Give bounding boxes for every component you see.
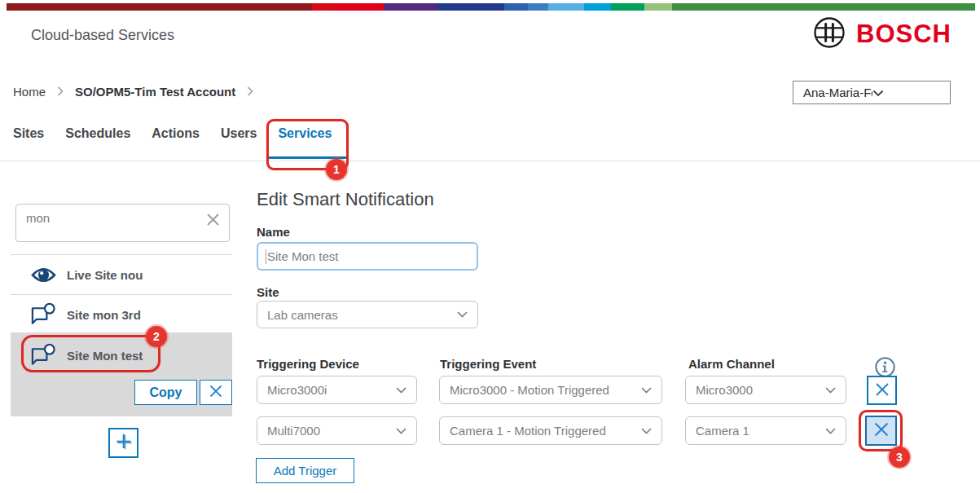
chevron-down-icon [825,387,836,394]
breadcrumb: Home SO/OPM5-Tim Test Account [13,85,253,99]
add-trigger-button[interactable]: Add Trigger [256,458,354,483]
brand-stripe-segment [548,3,584,11]
brand-stripe-segment [644,3,671,11]
annotation-badge-1: 1 [326,159,347,180]
notification-bubble-icon [30,302,56,327]
trigger-device-select-row1[interactable]: Micro3000i [257,376,417,404]
chevron-down-icon [641,387,652,394]
select-value: Multi7000 [267,424,396,438]
column-header-channel: Alarm Channel [688,357,775,371]
brand-stripe-segment [312,3,334,11]
trigger-event-select-row2[interactable]: Camera 1 - Motion Triggered [439,416,662,445]
select-value: Micro3000 - Motion Triggered [450,383,641,397]
brand-stripe-segment [504,3,528,11]
chevron-down-icon [457,311,468,318]
bosch-symbol-icon [812,15,846,53]
brand-stripe-segment [384,3,437,11]
annotation-badge-3: 3 [889,447,910,468]
tab-actions[interactable]: Actions [152,126,200,141]
chevron-down-icon [396,387,407,394]
name-input[interactable] [267,249,455,263]
alarm-channel-select-row2[interactable]: Camera 1 [685,416,846,445]
column-header-device: Triggering Device [257,357,359,371]
page-title: Cloud-based Services [31,27,174,44]
form-title: Edit Smart Notification [257,189,434,210]
sidebar-item-label: Site mon 3rd [67,308,141,322]
annotation-box-3 [859,410,903,451]
sidebar-item-live-site-nou[interactable]: Live Site nou [11,255,232,294]
site-select-value: Lab cameras [267,308,457,322]
remove-trigger-button-row1[interactable] [867,376,897,405]
header-divider [0,161,980,161]
eye-icon [30,266,56,284]
chevron-down-icon [872,86,942,99]
delete-site-button[interactable] [200,380,232,405]
brand-stripe [7,3,975,11]
chevron-down-icon [396,428,407,434]
select-value: Camera 1 [696,424,825,438]
text-caret [266,249,266,264]
site-search [15,204,230,242]
sidebar-item-site-mon-3rd[interactable]: Site mon 3rd [11,295,232,334]
clear-search-icon[interactable] [205,212,221,231]
select-value: Camera 1 - Motion Triggered [450,424,641,438]
chevron-down-icon [641,428,652,434]
alarm-channel-select-row1[interactable]: Micro3000 [685,376,846,404]
name-field-wrapper [257,242,478,271]
brand-stripe-segment [611,3,645,11]
brand-stripe-segment [437,3,504,11]
add-site-button[interactable] [108,428,138,458]
plus-icon [113,431,134,455]
brand-stripe-segment [7,3,312,11]
brand-stripe-segment [334,3,384,11]
select-value: Micro3000 [696,383,825,397]
chevron-right-icon [57,85,64,99]
brand-stripe-segment [584,3,611,11]
brand-stripe-segment [528,3,548,11]
annotation-box-2 [21,335,160,372]
trigger-device-select-row2[interactable]: Multi7000 [257,416,417,445]
copy-site-button[interactable]: Copy [134,380,197,405]
chevron-right-icon [247,85,253,99]
column-header-event: Triggering Event [440,357,536,371]
account-dropdown-value: Ana-Maria-Feli... [803,86,872,99]
chevron-down-icon [825,428,836,434]
trigger-event-select-row1[interactable]: Micro3000 - Motion Triggered [439,376,662,404]
close-icon [209,384,223,401]
breadcrumb-account-link[interactable]: SO/OPM5-Tim Test Account [75,85,235,99]
tab-schedules[interactable]: Schedules [65,126,130,141]
tab-users[interactable]: Users [221,126,257,141]
bosch-logo: BOSCH [812,15,951,53]
annotation-badge-2: 2 [146,326,167,347]
select-value: Micro3000i [267,383,396,397]
site-select[interactable]: Lab cameras [257,301,478,328]
account-dropdown[interactable]: Ana-Maria-Feli... [793,81,951,104]
bosch-wordmark: BOSCH [856,20,951,49]
breadcrumb-home-link[interactable]: Home [13,85,46,99]
search-input[interactable] [26,211,205,225]
sidebar-item-label: Live Site nou [67,268,143,282]
name-label: Name [257,225,290,239]
close-icon [873,381,891,401]
site-label: Site [257,285,279,299]
tab-sites[interactable]: Sites [13,126,44,141]
brand-stripe-segment [672,3,975,11]
